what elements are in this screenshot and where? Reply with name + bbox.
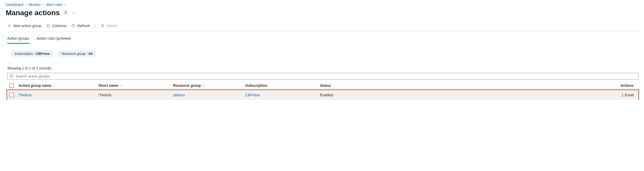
sort-icon: ↑↓: [202, 84, 205, 87]
svg-line-7: [12, 77, 13, 78]
breadcrumb-item[interactable]: Dashboard: [6, 3, 23, 7]
trash-icon: [100, 24, 105, 28]
pill-value: CBPrime: [36, 52, 50, 56]
breadcrumb-item[interactable]: Monitor: [29, 3, 41, 7]
col-actions: Actions: [392, 83, 636, 88]
new-action-group-button[interactable]: + New action group: [7, 24, 41, 28]
search-input-wrapper[interactable]: [7, 73, 638, 80]
tabs: Action groups Action rules (preview): [6, 32, 638, 44]
page-title: Manage actions: [6, 9, 60, 17]
col-action-group-name[interactable]: Action group name↑↓: [19, 83, 98, 88]
col-label: Actions: [621, 83, 634, 88]
breadcrumb-item[interactable]: Alert rules: [46, 3, 62, 7]
col-label: Resource group: [173, 83, 201, 88]
columns-icon: [46, 24, 50, 28]
svg-point-6: [10, 75, 12, 77]
col-subscription: Subscription: [245, 83, 320, 88]
sort-icon: ↑↓: [53, 84, 56, 87]
row-actions: 1 Email: [622, 93, 634, 97]
col-short-name[interactable]: Short name↑↓: [98, 83, 173, 88]
breadcrumb: Dashboard › Monitor › Alert rules ›: [6, 2, 638, 8]
row-short-name: ITAdmin: [98, 93, 112, 97]
separator: [95, 23, 95, 28]
records-count: Showing 1 to 1 of 1 records.: [6, 57, 638, 72]
filter-pill-resource-group[interactable]: Resource group : All: [57, 50, 97, 57]
pill-label: Resource group :: [62, 52, 88, 56]
toolbar-label: Refresh: [77, 24, 90, 28]
row-subscription-link[interactable]: CBPrime: [245, 93, 260, 97]
search-icon: [10, 74, 14, 78]
row-status: Enabled: [320, 93, 333, 97]
columns-button[interactable]: Columns: [46, 24, 66, 28]
refresh-icon: [71, 24, 75, 28]
row-name-link[interactable]: ITAdmin: [19, 93, 32, 97]
delete-button: Delete: [100, 24, 117, 28]
pill-value: All: [88, 52, 93, 56]
more-icon[interactable]: ⋯: [72, 11, 76, 15]
col-label: Status: [320, 83, 331, 88]
table-header: Action group name↑↓ Short name↑↓ Resourc…: [7, 81, 638, 90]
row-resource-group-link[interactable]: cblearn: [173, 93, 185, 97]
sort-icon: ↑↓: [119, 84, 122, 87]
toolbar-label: New action group: [13, 24, 41, 28]
chevron-right-icon: ›: [64, 3, 66, 7]
select-all-checkbox[interactable]: [9, 83, 14, 88]
tab-action-groups[interactable]: Action groups: [7, 35, 29, 44]
col-resource-group[interactable]: Resource group↑↓: [173, 83, 245, 88]
toolbar: + New action group Columns Refresh: [6, 22, 638, 32]
table-row[interactable]: ITAdmin ITAdmin cblearn CBPrime Enabled …: [7, 90, 638, 100]
pill-label: Subscription :: [14, 52, 36, 56]
toolbar-label: Delete: [107, 24, 117, 28]
refresh-button[interactable]: Refresh: [71, 24, 90, 28]
col-label: Subscription: [245, 83, 267, 88]
pin-icon[interactable]: [63, 11, 68, 15]
col-label: Short name: [98, 83, 118, 88]
toolbar-label: Columns: [52, 24, 66, 28]
row-checkbox[interactable]: [9, 93, 14, 97]
search-input[interactable]: [16, 74, 636, 78]
tab-action-rules[interactable]: Action rules (preview): [37, 35, 71, 44]
col-label: Action group name: [19, 83, 52, 88]
chevron-right-icon: ›: [26, 3, 27, 7]
col-status: Status: [320, 83, 392, 88]
filter-pill-subscription[interactable]: Subscription : CBPrime: [10, 50, 54, 57]
plus-icon: +: [7, 24, 11, 28]
chevron-right-icon: ›: [43, 3, 44, 7]
